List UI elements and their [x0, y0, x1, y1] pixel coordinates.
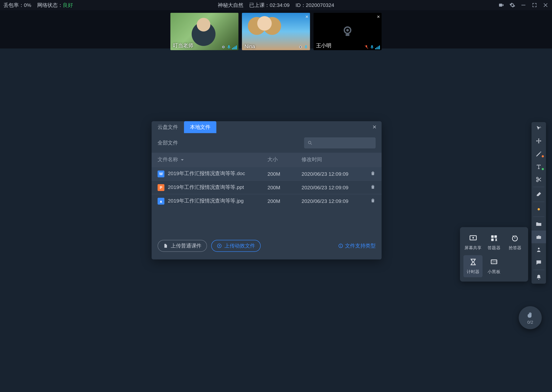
svg-rect-13 [340, 245, 341, 245]
svg-rect-23 [491, 235, 494, 238]
pen-tool-icon[interactable] [531, 147, 546, 161]
file-row[interactable]: ▲ 2019年工作汇报情况查询等等.jpg 200M 2020/06/23 12… [152, 194, 382, 208]
tile-close-icon[interactable]: × [377, 14, 380, 20]
modal-close-icon[interactable]: × [367, 123, 382, 131]
svg-point-14 [540, 126, 540, 127]
tool-buzzer[interactable]: 抢答器 [505, 231, 525, 254]
svg-point-3 [223, 46, 224, 48]
close-window-icon[interactable] [543, 2, 549, 8]
document-icon [163, 243, 168, 248]
bell-tool-icon[interactable] [531, 271, 546, 284]
upload-normal-button[interactable]: 上传普通课件 [158, 240, 207, 252]
tool-blackboard[interactable]: 2+3 小黑板 [484, 255, 504, 277]
svg-rect-24 [494, 235, 497, 238]
col-mtime[interactable]: 修改时间 [301, 156, 376, 163]
text-tool-icon[interactable] [531, 161, 546, 173]
mic-icon [370, 45, 374, 49]
tab-cloud-files[interactable]: 云盘文件 [152, 121, 184, 133]
col-name[interactable]: 文件名称 [158, 156, 267, 163]
tool-screen-share[interactable]: 屏幕共享 [464, 231, 483, 254]
timer-icon [469, 258, 477, 266]
delete-icon[interactable] [370, 170, 376, 177]
raise-hand-count: 0/2 [527, 320, 533, 324]
screen-share-icon [469, 234, 477, 242]
move-tool-icon[interactable] [531, 135, 546, 147]
svg-point-7 [346, 29, 349, 31]
eraser-tool-icon[interactable] [531, 188, 546, 201]
folder-tool-icon[interactable] [531, 218, 546, 231]
file-name: 2019年工作汇报情况查询等等.ppt [168, 184, 244, 191]
svg-rect-12 [340, 245, 341, 247]
col-size[interactable]: 大小 [267, 156, 301, 163]
svg-point-5 [300, 46, 301, 48]
person-tool-icon[interactable] [531, 243, 546, 256]
svg-rect-20 [537, 236, 541, 239]
laser-tool-icon[interactable] [531, 203, 546, 216]
file-name: 2019年工作汇报情况查询等等.doc [168, 170, 245, 177]
packet-loss: 丢包率：0% [3, 1, 31, 9]
file-mtime: 2020/06/23 12:09:09 [301, 198, 357, 204]
mic-icon [304, 45, 308, 49]
scissors-tool-icon[interactable] [531, 173, 546, 186]
participant-name: 王小明 [313, 41, 334, 50]
svg-point-19 [538, 208, 540, 210]
svg-rect-1 [521, 5, 525, 5]
sort-desc-icon [181, 158, 184, 161]
svg-rect-25 [491, 238, 494, 241]
blackboard-icon: 2+3 [490, 258, 498, 266]
all-files-label: 全部文件 [158, 139, 178, 147]
tool-timer[interactable]: 计时器 [464, 255, 483, 277]
svg-point-15 [540, 127, 541, 128]
tools-popup: 屏幕共享 答题器 抢答器 计时器 2+3 小黑板 [460, 227, 528, 281]
participant-name: 叮当老师 [170, 41, 196, 50]
file-type-icon: P [158, 184, 164, 191]
room-title: 神秘大自然 [218, 1, 243, 9]
file-row[interactable]: W 2019年工作汇报情况查询等等.doc 200M 2020/06/23 12… [152, 167, 382, 180]
delete-icon[interactable] [370, 197, 376, 204]
participant-tile[interactable]: × 王小明 [313, 13, 382, 50]
video-strip: 叮当老师 × Nina × 王小明 [0, 10, 552, 49]
camera-off-icon [340, 24, 355, 39]
file-row[interactable]: P 2019年工作汇报情况查询等等.ppt 200M 2020/06/23 12… [152, 180, 382, 194]
signal-icon [375, 46, 380, 49]
file-mtime: 2020/06/23 12:09:09 [301, 184, 357, 190]
raise-hand-button[interactable]: 0/2 [519, 306, 542, 329]
search-icon [307, 140, 312, 146]
svg-text:2+3: 2+3 [492, 260, 496, 263]
hand-icon [526, 311, 534, 319]
toolbox-tool-icon[interactable] [531, 231, 546, 243]
svg-point-16 [539, 128, 540, 128]
record-icon[interactable] [498, 2, 504, 8]
upload-animated-button[interactable]: 上传动效文件 [211, 240, 261, 252]
supported-types-link[interactable]: 文件支持类型 [338, 242, 376, 249]
camera-icon [298, 45, 303, 49]
minimize-icon[interactable] [520, 2, 526, 8]
participant-tile[interactable]: × Nina [242, 13, 310, 50]
file-table-header: 文件名称 大小 修改时间 [152, 153, 382, 167]
search-input[interactable] [304, 137, 376, 148]
settings-icon[interactable] [509, 2, 516, 8]
cursor-tool-icon[interactable] [531, 122, 546, 135]
file-name: 2019年工作汇报情况查询等等.jpg [168, 197, 244, 205]
mic-muted-icon [364, 45, 369, 49]
svg-rect-8 [346, 34, 349, 36]
file-type-icon: W [158, 170, 164, 177]
buzzer-icon [511, 234, 519, 242]
info-icon [338, 243, 343, 248]
tool-quiz[interactable]: 答题器 [484, 231, 504, 254]
tile-close-icon[interactable]: × [305, 14, 308, 20]
network-status: 网络状态：良好 [37, 1, 73, 9]
tab-local-files[interactable]: 本地文件 [184, 121, 216, 133]
right-toolbar [531, 122, 546, 284]
participant-tile[interactable]: 叮当老师 [170, 13, 239, 50]
participant-name: Nina [242, 42, 258, 50]
svg-point-9 [308, 141, 311, 144]
file-size: 200M [267, 198, 301, 204]
delete-icon[interactable] [370, 184, 376, 191]
svg-point-21 [538, 248, 539, 249]
file-type-icon: ▲ [158, 197, 164, 204]
signal-icon [232, 46, 237, 49]
chat-tool-icon[interactable] [531, 256, 546, 269]
file-mtime: 2020/06/23 12:09:09 [301, 171, 357, 177]
fullscreen-icon[interactable] [531, 2, 537, 8]
